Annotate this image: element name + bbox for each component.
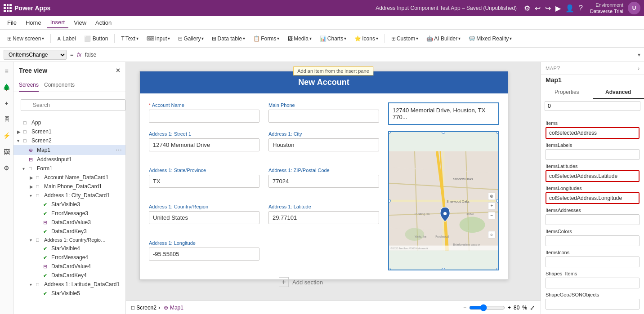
hamburger-icon[interactable]: ≡ <box>1 66 12 76</box>
formula-input[interactable] <box>85 52 634 58</box>
input-main-phone[interactable] <box>268 110 379 123</box>
panel-formula-input[interactable] <box>545 101 640 111</box>
tree-item-addressinput1[interactable]: ⊟ AddressInput1 <box>13 155 125 164</box>
icons-button[interactable]: ⭐ Icons <box>351 34 382 44</box>
tree-item-datacardkey4[interactable]: ✔ DataCardKey4 <box>13 271 125 280</box>
input-street1[interactable] <box>149 138 259 151</box>
input-city[interactable] <box>268 138 379 151</box>
handle-r[interactable] <box>496 199 499 203</box>
prop-input-itemslatitudes[interactable] <box>546 170 640 182</box>
tree-item-screen2[interactable]: ▾ □ Screen2 <box>13 136 125 145</box>
mixed-reality-button[interactable]: 🥽 Mixed Reality <box>465 34 515 44</box>
handle-bl[interactable] <box>388 268 391 270</box>
tab-screens[interactable]: Screens <box>19 79 39 92</box>
tree-item-form1[interactable]: ▾ □ Form1 <box>13 164 125 173</box>
input-button[interactable]: ⌨ Input <box>143 34 174 44</box>
formula-selector[interactable]: OnItemsChange <box>4 50 67 60</box>
tree-view-icon[interactable]: 🌲 <box>1 82 12 93</box>
play-icon[interactable]: ▶ <box>555 4 561 13</box>
input-account-name[interactable] <box>149 110 259 123</box>
panel-help-icon[interactable]: ? <box>557 65 560 71</box>
text-button[interactable]: T Text <box>117 34 142 44</box>
formula-fx[interactable]: fx <box>77 52 81 58</box>
tree-item-starvisible5[interactable]: ✔ StarVisible5 <box>13 289 125 298</box>
app-logo[interactable]: Power Apps <box>4 4 50 12</box>
input-country[interactable] <box>149 211 259 224</box>
tree-item-datacardvalue3[interactable]: ⊟ DataCardValue3 <box>13 218 125 227</box>
tree-item-latitude-datacard1[interactable]: ▾ □ Address 1: Latitude_DataCard1 <box>13 280 125 289</box>
prop-input-itemsicons[interactable] <box>546 257 640 267</box>
menu-view[interactable]: View <box>70 18 90 28</box>
menu-insert[interactable]: Insert <box>47 17 69 28</box>
button-button[interactable]: ⬜ Button <box>80 34 112 44</box>
undo-icon[interactable]: ↩ <box>535 4 541 13</box>
handle-tr[interactable] <box>496 131 499 134</box>
tree-item-country-datacard[interactable]: ▾ □ Address 1: Country/Region_DataCa... <box>13 236 125 244</box>
gallery-button[interactable]: ⊟ Gallery <box>174 34 207 44</box>
charts-button[interactable]: 📊 Charts <box>316 34 350 44</box>
person-icon[interactable]: 👤 <box>565 4 574 13</box>
tree-item-app[interactable]: □ App <box>13 118 125 127</box>
zoom-slider[interactable] <box>469 304 505 311</box>
tree-item-errormessage3[interactable]: ✔ ErrorMessage3 <box>13 209 125 218</box>
tree-item-errormessage4[interactable]: ✔ ErrorMessage4 <box>13 253 125 262</box>
menu-file[interactable]: File <box>4 18 20 28</box>
input-latitude[interactable] <box>268 211 379 224</box>
tab-properties[interactable]: Properties <box>541 86 593 99</box>
data-table-button[interactable]: ⊞ Data table <box>208 34 249 44</box>
media-button[interactable]: 🖼 Media <box>284 34 315 44</box>
datacard-icon: □ <box>36 175 42 180</box>
redo-icon[interactable]: ↪ <box>545 4 551 13</box>
tree-item-datacardvalue4[interactable]: ⊟ DataCardValue4 <box>13 262 125 271</box>
help-icon[interactable]: ? <box>579 4 583 12</box>
handle-b[interactable] <box>442 268 445 270</box>
menu-home[interactable]: Home <box>22 18 45 28</box>
tab-advanced[interactable]: Advanced <box>593 86 644 99</box>
prop-input-itemsaddresses[interactable] <box>546 214 640 225</box>
map-container[interactable]: Shadow Oaks Sherwood Oaks Hedwi Rustling… <box>388 131 499 270</box>
prop-input-items[interactable] <box>546 127 640 139</box>
ai-builder-button[interactable]: 🤖 AI Builder <box>423 34 464 44</box>
data-icon[interactable]: 🗄 <box>1 114 12 125</box>
menu-action[interactable]: Action <box>92 18 115 28</box>
prop-input-shapes-items[interactable] <box>546 278 640 288</box>
tree-item-starvisible4[interactable]: ✔ StarVisible4 <box>13 244 125 253</box>
tree-item-city-datacard1[interactable]: ▾ □ Address 1: City_DataCard1 <box>13 191 125 200</box>
custom-button[interactable]: ⊞ Custom <box>388 34 422 44</box>
tree-item-account-name-datacard1[interactable]: ▶ □ Account Name_DataCard1 <box>13 173 125 182</box>
zoom-plus-icon[interactable]: + <box>508 305 511 311</box>
search-input[interactable] <box>21 99 125 111</box>
prop-input-shapegeo[interactable] <box>546 299 640 310</box>
input-state[interactable] <box>149 175 259 188</box>
label-button[interactable]: A Label <box>54 34 79 44</box>
prop-input-itemscolors[interactable] <box>546 235 640 246</box>
sidebar-close-icon[interactable]: × <box>116 66 120 75</box>
zoom-expand-icon[interactable]: ⤢ <box>530 304 535 311</box>
tree-item-starvisible3[interactable]: ✔ StarVisible3 <box>13 200 125 209</box>
address-autocomplete[interactable]: 12740 Memorial Drive, Houston, TX 770... <box>388 102 499 125</box>
input-zip[interactable] <box>268 175 379 188</box>
settings-icon[interactable]: ⚙ <box>1 163 12 173</box>
map-breadcrumb[interactable]: ⊕ Map1 <box>164 305 183 311</box>
tree-item-main-phone-datacard1[interactable]: ▶ □ Main Phone_DataCard1 <box>13 182 125 191</box>
input-longitude[interactable] <box>149 248 259 261</box>
prop-input-itemslabels[interactable] <box>546 149 640 160</box>
more-icon[interactable]: ⋯ <box>116 146 122 154</box>
new-screen-button[interactable]: ⊞ New screen <box>4 34 48 44</box>
plus-icon[interactable]: + <box>1 98 12 109</box>
tab-components[interactable]: Components <box>44 79 75 92</box>
avatar[interactable]: U <box>628 2 640 14</box>
screen-breadcrumb[interactable]: □ Screen2 › <box>131 305 160 311</box>
formula-expand-icon[interactable]: ▾ <box>638 52 640 58</box>
tree-item-datacardkey3[interactable]: ✔ DataCardKey3 <box>13 227 125 236</box>
tree-item-map1[interactable]: ⊕ Map1 ⋯ <box>13 145 125 155</box>
tree-item-screen1[interactable]: ▶ □ Screen1 <box>13 127 125 136</box>
zoom-minus-icon[interactable]: − <box>463 305 466 311</box>
media-side-icon[interactable]: 🖼 <box>1 146 12 157</box>
variables-icon[interactable]: ⚡ <box>1 130 12 141</box>
forms-button[interactable]: 📋 Forms <box>250 34 283 44</box>
prop-input-itemslongitudes[interactable] <box>546 192 640 204</box>
handle-br[interactable] <box>496 268 499 270</box>
add-section[interactable]: + Add section <box>279 277 323 287</box>
panel-forward-icon[interactable]: › <box>638 66 640 71</box>
